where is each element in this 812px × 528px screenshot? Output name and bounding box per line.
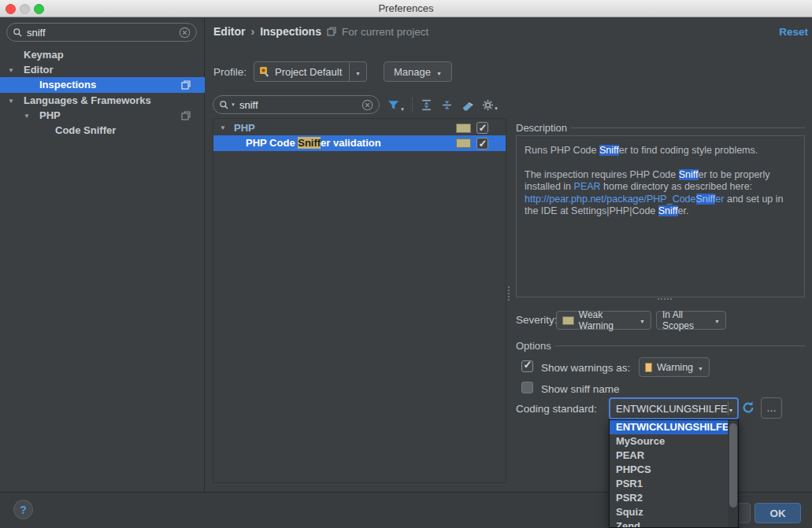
splitter-handle-vertical[interactable] xyxy=(508,286,510,301)
settings-tree: Keymap ▼ Editor Inspections ▼ Languages … xyxy=(0,47,205,138)
severity-color-swatch xyxy=(456,138,471,148)
settings-search-input[interactable]: sniff xyxy=(6,23,197,42)
description-rule xyxy=(571,127,805,128)
preferences-window: Preferences sniff Keymap ▼ Editor Inspec… xyxy=(0,0,812,528)
warning-combobox[interactable]: Warning xyxy=(639,357,710,377)
copy-badge-icon xyxy=(181,111,191,120)
sidebar-item-keymap[interactable]: Keymap xyxy=(0,47,205,62)
inspection-group-checkbox[interactable] xyxy=(476,122,488,134)
ok-button[interactable]: OK xyxy=(755,503,801,523)
inspections-search-value: sniff xyxy=(239,99,258,111)
refresh-standards-button[interactable] xyxy=(741,400,755,414)
manage-button[interactable]: Manage xyxy=(384,61,452,82)
sidebar-item-inspections[interactable]: Inspections xyxy=(0,77,205,93)
reset-link[interactable]: Reset xyxy=(779,26,808,38)
search-icon xyxy=(219,100,229,110)
scope-note: For current project xyxy=(342,26,428,38)
splitter-handle-horizontal[interactable] xyxy=(658,298,672,301)
sidebar-item-code-sniffer[interactable]: Code Sniffer xyxy=(0,123,205,138)
chevron-down-icon: ▼ xyxy=(400,107,405,112)
settings-sidebar: sniff Keymap ▼ Editor Inspections ▼ Lang… xyxy=(0,17,205,492)
show-warnings-checkbox[interactable] xyxy=(521,360,533,372)
filter-icon xyxy=(387,98,400,112)
toolbar-separator xyxy=(412,98,413,112)
reset-inspections-button[interactable] xyxy=(461,98,475,112)
profile-combobox[interactable]: Project Default xyxy=(254,61,367,82)
dropdown-option[interactable]: PHPCS xyxy=(610,463,738,477)
dropdown-option[interactable]: Squiz xyxy=(610,505,738,519)
search-icon xyxy=(13,28,23,38)
severity-label: Severity: xyxy=(516,314,558,326)
profile-dropdown-arrow[interactable] xyxy=(349,62,366,81)
chevron-down-icon xyxy=(355,65,361,79)
collapse-all-icon xyxy=(440,98,454,112)
description-paragraph: The inspection requires PHP Code Sniffer… xyxy=(525,169,796,218)
dropdown-option[interactable]: ENTWICKLUNGSHILFE xyxy=(610,420,738,434)
chevron-down-icon xyxy=(436,66,442,78)
dropdown-option[interactable]: PEAR xyxy=(610,449,738,463)
severity-combobox[interactable]: Weak Warning xyxy=(556,311,651,330)
close-window-button[interactable] xyxy=(6,4,16,14)
expand-all-icon xyxy=(420,98,433,112)
inspection-group-php[interactable]: ▼ PHP xyxy=(213,120,506,135)
gear-button[interactable]: ▼ xyxy=(482,99,499,111)
chevron-down-icon xyxy=(714,315,720,326)
inspection-item-checkbox[interactable] xyxy=(476,138,488,150)
description-title: Description xyxy=(516,122,567,134)
sidebar-item-languages-frameworks[interactable]: ▼ Languages & Frameworks xyxy=(0,93,205,108)
show-warnings-label: Show warnings as: xyxy=(541,362,630,374)
chevron-down-icon[interactable]: ▼ xyxy=(8,94,14,109)
copy-badge-icon xyxy=(181,80,191,90)
show-sniff-name-checkbox[interactable] xyxy=(521,382,533,393)
breadcrumb-editor[interactable]: Editor xyxy=(213,25,245,38)
dropdown-option[interactable]: Zend xyxy=(610,519,738,528)
eraser-icon xyxy=(461,98,475,112)
scope-combobox[interactable]: In All Scopes xyxy=(656,311,726,330)
chevron-down-icon xyxy=(640,315,645,326)
severity-color-swatch xyxy=(456,124,471,133)
show-sniff-name-label: Show sniff name xyxy=(541,383,620,395)
copy-badge-icon xyxy=(327,27,336,36)
inspection-item-php-code-sniffer[interactable]: PHP Code Sniffer validation xyxy=(213,135,506,151)
dropdown-option[interactable]: PSR1 xyxy=(610,477,738,491)
profile-label: Profile: xyxy=(213,66,247,78)
gear-icon xyxy=(482,99,494,111)
coding-standard-dropdown-arrow[interactable] xyxy=(728,401,737,415)
sidebar-item-php[interactable]: ▼ PHP xyxy=(0,108,205,123)
titlebar: Preferences xyxy=(0,0,812,17)
window-title: Preferences xyxy=(0,0,812,17)
dropdown-option[interactable]: MySource xyxy=(610,434,738,449)
coding-standard-value: ENTWICKLUNGSHILFE xyxy=(616,403,728,415)
coding-standard-label: Coding standard: xyxy=(516,403,597,415)
inspections-toolbar: ▼ ▼ xyxy=(387,97,499,113)
breadcrumb: Editor › Inspections For current project xyxy=(213,25,428,38)
breadcrumb-separator: › xyxy=(250,25,254,38)
options-title: Options xyxy=(516,340,551,352)
filter-button[interactable]: ▼ xyxy=(387,98,405,112)
profile-settings-icon xyxy=(259,66,270,77)
weak-warning-color-swatch xyxy=(562,316,574,325)
collapse-all-button[interactable] xyxy=(440,98,454,112)
refresh-icon xyxy=(741,401,755,415)
zoom-window-button[interactable] xyxy=(34,4,44,14)
scrollbar-thumb[interactable] xyxy=(729,423,737,508)
coding-standard-combobox[interactable]: ENTWICKLUNGSHILFE xyxy=(609,397,739,419)
expand-all-button[interactable] xyxy=(420,98,433,112)
help-button[interactable]: ? xyxy=(13,500,33,519)
breadcrumb-inspections[interactable]: Inspections xyxy=(260,25,321,38)
inspections-search-input[interactable]: ▼ sniff xyxy=(213,95,380,114)
chevron-down-icon[interactable]: ▼ xyxy=(220,120,226,135)
profile-value: Project Default xyxy=(275,66,342,78)
chevron-down-icon[interactable]: ▼ xyxy=(24,109,30,124)
clear-search-button[interactable] xyxy=(362,99,373,111)
dropdown-option[interactable]: PSR2 xyxy=(610,491,738,505)
clear-search-button[interactable] xyxy=(179,27,191,39)
sidebar-item-editor[interactable]: ▼ Editor xyxy=(0,62,205,77)
chevron-down-icon xyxy=(698,362,703,373)
close-icon xyxy=(362,99,373,111)
close-icon xyxy=(179,27,191,39)
minimize-window-button[interactable] xyxy=(20,4,30,14)
search-options-arrow-icon[interactable]: ▼ xyxy=(231,102,235,107)
chevron-down-icon[interactable]: ▼ xyxy=(8,63,14,78)
browse-standards-button[interactable]: … xyxy=(761,397,782,419)
